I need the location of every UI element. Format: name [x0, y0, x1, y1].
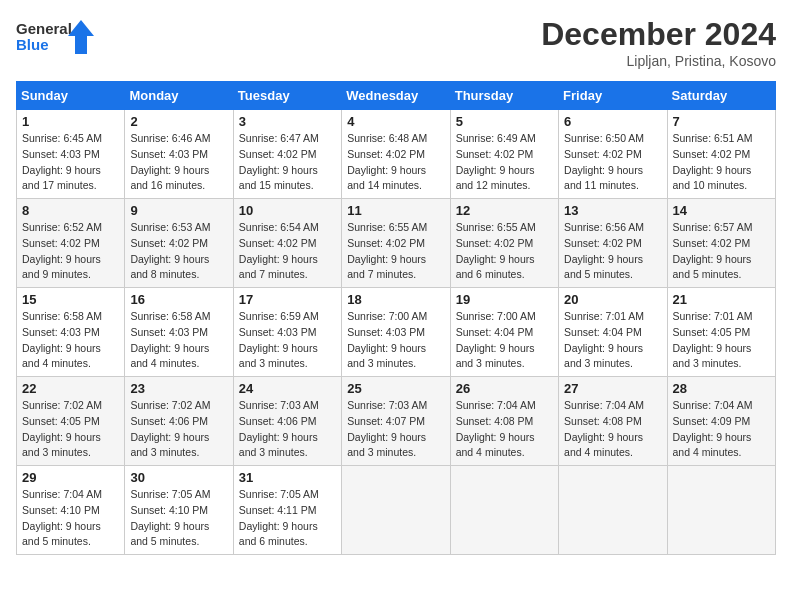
day-number: 30 [130, 470, 227, 485]
day-cell-4: 4 Sunrise: 6:48 AM Sunset: 4:02 PM Dayli… [342, 110, 450, 199]
day-cell-6: 6 Sunrise: 6:50 AM Sunset: 4:02 PM Dayli… [559, 110, 667, 199]
day-info: Sunrise: 7:01 AM Sunset: 4:05 PM Dayligh… [673, 309, 770, 372]
day-info: Sunrise: 7:00 AM Sunset: 4:03 PM Dayligh… [347, 309, 444, 372]
day-cell-19: 19 Sunrise: 7:00 AM Sunset: 4:04 PM Dayl… [450, 288, 558, 377]
day-number: 25 [347, 381, 444, 396]
day-cell-27: 27 Sunrise: 7:04 AM Sunset: 4:08 PM Dayl… [559, 377, 667, 466]
day-number: 16 [130, 292, 227, 307]
day-cell-26: 26 Sunrise: 7:04 AM Sunset: 4:08 PM Dayl… [450, 377, 558, 466]
day-number: 21 [673, 292, 770, 307]
empty-cell [342, 466, 450, 555]
svg-marker-2 [68, 20, 94, 54]
day-info: Sunrise: 6:46 AM Sunset: 4:03 PM Dayligh… [130, 131, 227, 194]
day-info: Sunrise: 7:02 AM Sunset: 4:06 PM Dayligh… [130, 398, 227, 461]
day-cell-7: 7 Sunrise: 6:51 AM Sunset: 4:02 PM Dayli… [667, 110, 775, 199]
day-cell-10: 10 Sunrise: 6:54 AM Sunset: 4:02 PM Dayl… [233, 199, 341, 288]
day-cell-16: 16 Sunrise: 6:58 AM Sunset: 4:03 PM Dayl… [125, 288, 233, 377]
day-info: Sunrise: 6:50 AM Sunset: 4:02 PM Dayligh… [564, 131, 661, 194]
col-sunday: Sunday [17, 82, 125, 110]
day-number: 26 [456, 381, 553, 396]
day-number: 4 [347, 114, 444, 129]
calendar-row-2: 8 Sunrise: 6:52 AM Sunset: 4:02 PM Dayli… [17, 199, 776, 288]
day-info: Sunrise: 6:45 AM Sunset: 4:03 PM Dayligh… [22, 131, 119, 194]
day-cell-12: 12 Sunrise: 6:55 AM Sunset: 4:02 PM Dayl… [450, 199, 558, 288]
day-info: Sunrise: 7:04 AM Sunset: 4:09 PM Dayligh… [673, 398, 770, 461]
title-block: December 2024 Lipljan, Pristina, Kosovo [541, 16, 776, 69]
day-cell-30: 30 Sunrise: 7:05 AM Sunset: 4:10 PM Dayl… [125, 466, 233, 555]
day-info: Sunrise: 6:57 AM Sunset: 4:02 PM Dayligh… [673, 220, 770, 283]
day-number: 6 [564, 114, 661, 129]
page-header: General Blue December 2024 Lipljan, Pris… [16, 16, 776, 69]
day-info: Sunrise: 7:03 AM Sunset: 4:07 PM Dayligh… [347, 398, 444, 461]
location-subtitle: Lipljan, Pristina, Kosovo [541, 53, 776, 69]
day-info: Sunrise: 6:55 AM Sunset: 4:02 PM Dayligh… [347, 220, 444, 283]
day-info: Sunrise: 6:52 AM Sunset: 4:02 PM Dayligh… [22, 220, 119, 283]
day-number: 2 [130, 114, 227, 129]
day-cell-24: 24 Sunrise: 7:03 AM Sunset: 4:06 PM Dayl… [233, 377, 341, 466]
day-cell-23: 23 Sunrise: 7:02 AM Sunset: 4:06 PM Dayl… [125, 377, 233, 466]
day-cell-8: 8 Sunrise: 6:52 AM Sunset: 4:02 PM Dayli… [17, 199, 125, 288]
day-cell-2: 2 Sunrise: 6:46 AM Sunset: 4:03 PM Dayli… [125, 110, 233, 199]
day-cell-3: 3 Sunrise: 6:47 AM Sunset: 4:02 PM Dayli… [233, 110, 341, 199]
day-info: Sunrise: 6:58 AM Sunset: 4:03 PM Dayligh… [22, 309, 119, 372]
day-info: Sunrise: 7:04 AM Sunset: 4:08 PM Dayligh… [564, 398, 661, 461]
day-number: 7 [673, 114, 770, 129]
col-tuesday: Tuesday [233, 82, 341, 110]
day-number: 11 [347, 203, 444, 218]
day-info: Sunrise: 7:01 AM Sunset: 4:04 PM Dayligh… [564, 309, 661, 372]
day-info: Sunrise: 7:04 AM Sunset: 4:08 PM Dayligh… [456, 398, 553, 461]
empty-cell [667, 466, 775, 555]
day-info: Sunrise: 6:51 AM Sunset: 4:02 PM Dayligh… [673, 131, 770, 194]
day-number: 3 [239, 114, 336, 129]
day-number: 31 [239, 470, 336, 485]
day-cell-13: 13 Sunrise: 6:56 AM Sunset: 4:02 PM Dayl… [559, 199, 667, 288]
calendar-row-1: 1 Sunrise: 6:45 AM Sunset: 4:03 PM Dayli… [17, 110, 776, 199]
day-cell-11: 11 Sunrise: 6:55 AM Sunset: 4:02 PM Dayl… [342, 199, 450, 288]
day-number: 23 [130, 381, 227, 396]
day-info: Sunrise: 7:03 AM Sunset: 4:06 PM Dayligh… [239, 398, 336, 461]
day-number: 28 [673, 381, 770, 396]
day-info: Sunrise: 6:53 AM Sunset: 4:02 PM Dayligh… [130, 220, 227, 283]
month-title: December 2024 [541, 16, 776, 53]
day-cell-29: 29 Sunrise: 7:04 AM Sunset: 4:10 PM Dayl… [17, 466, 125, 555]
day-cell-18: 18 Sunrise: 7:00 AM Sunset: 4:03 PM Dayl… [342, 288, 450, 377]
day-info: Sunrise: 7:04 AM Sunset: 4:10 PM Dayligh… [22, 487, 119, 550]
col-thursday: Thursday [450, 82, 558, 110]
empty-cell [450, 466, 558, 555]
day-cell-20: 20 Sunrise: 7:01 AM Sunset: 4:04 PM Dayl… [559, 288, 667, 377]
day-cell-25: 25 Sunrise: 7:03 AM Sunset: 4:07 PM Dayl… [342, 377, 450, 466]
day-number: 18 [347, 292, 444, 307]
day-info: Sunrise: 6:54 AM Sunset: 4:02 PM Dayligh… [239, 220, 336, 283]
day-number: 22 [22, 381, 119, 396]
calendar-row-3: 15 Sunrise: 6:58 AM Sunset: 4:03 PM Dayl… [17, 288, 776, 377]
day-cell-14: 14 Sunrise: 6:57 AM Sunset: 4:02 PM Dayl… [667, 199, 775, 288]
logo: General Blue [16, 16, 96, 60]
day-cell-17: 17 Sunrise: 6:59 AM Sunset: 4:03 PM Dayl… [233, 288, 341, 377]
col-friday: Friday [559, 82, 667, 110]
day-info: Sunrise: 6:48 AM Sunset: 4:02 PM Dayligh… [347, 131, 444, 194]
day-cell-5: 5 Sunrise: 6:49 AM Sunset: 4:02 PM Dayli… [450, 110, 558, 199]
day-cell-1: 1 Sunrise: 6:45 AM Sunset: 4:03 PM Dayli… [17, 110, 125, 199]
day-cell-9: 9 Sunrise: 6:53 AM Sunset: 4:02 PM Dayli… [125, 199, 233, 288]
day-info: Sunrise: 6:55 AM Sunset: 4:02 PM Dayligh… [456, 220, 553, 283]
day-cell-31: 31 Sunrise: 7:05 AM Sunset: 4:11 PM Dayl… [233, 466, 341, 555]
calendar-row-5: 29 Sunrise: 7:04 AM Sunset: 4:10 PM Dayl… [17, 466, 776, 555]
day-info: Sunrise: 6:47 AM Sunset: 4:02 PM Dayligh… [239, 131, 336, 194]
day-info: Sunrise: 7:05 AM Sunset: 4:11 PM Dayligh… [239, 487, 336, 550]
day-number: 9 [130, 203, 227, 218]
day-info: Sunrise: 6:58 AM Sunset: 4:03 PM Dayligh… [130, 309, 227, 372]
logo-svg: General Blue [16, 16, 96, 60]
calendar-header-row: Sunday Monday Tuesday Wednesday Thursday… [17, 82, 776, 110]
day-number: 19 [456, 292, 553, 307]
svg-text:Blue: Blue [16, 36, 49, 53]
day-number: 13 [564, 203, 661, 218]
day-info: Sunrise: 6:56 AM Sunset: 4:02 PM Dayligh… [564, 220, 661, 283]
day-number: 24 [239, 381, 336, 396]
col-monday: Monday [125, 82, 233, 110]
calendar-table: Sunday Monday Tuesday Wednesday Thursday… [16, 81, 776, 555]
day-info: Sunrise: 7:02 AM Sunset: 4:05 PM Dayligh… [22, 398, 119, 461]
day-number: 20 [564, 292, 661, 307]
day-cell-15: 15 Sunrise: 6:58 AM Sunset: 4:03 PM Dayl… [17, 288, 125, 377]
day-number: 29 [22, 470, 119, 485]
day-cell-28: 28 Sunrise: 7:04 AM Sunset: 4:09 PM Dayl… [667, 377, 775, 466]
